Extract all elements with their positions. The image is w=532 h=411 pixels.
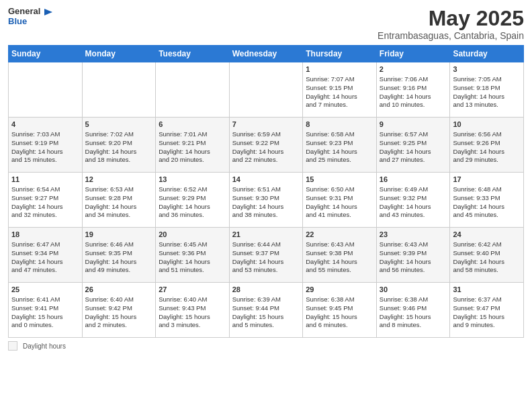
- day-cell: 20Sunrise: 6:45 AMSunset: 9:36 PMDayligh…: [156, 228, 230, 283]
- day-info: Sunrise: 6:56 AM: [453, 130, 521, 139]
- day-info: Sunrise: 7:02 AM: [85, 130, 153, 139]
- day-number: 14: [232, 175, 300, 185]
- day-cell: 18Sunrise: 6:47 AMSunset: 9:34 PMDayligh…: [9, 228, 83, 283]
- day-number: 29: [306, 285, 373, 295]
- day-cell: [229, 62, 303, 118]
- day-info: Sunset: 9:47 PM: [453, 304, 521, 313]
- day-cell: 7Sunrise: 6:59 AMSunset: 9:22 PMDaylight…: [229, 118, 303, 173]
- day-info: Sunset: 9:20 PM: [85, 139, 153, 148]
- day-info: Sunrise: 6:37 AM: [453, 295, 521, 304]
- day-info: and 8 minutes.: [380, 321, 447, 330]
- day-info: Sunset: 9:28 PM: [85, 194, 153, 203]
- day-number: 21: [232, 230, 300, 240]
- day-number: 15: [306, 175, 373, 185]
- col-header-sunday: Sunday: [9, 46, 83, 62]
- day-cell: 14Sunrise: 6:51 AMSunset: 9:30 PMDayligh…: [229, 173, 303, 228]
- day-info: Daylight: 14 hours: [453, 203, 521, 212]
- col-header-thursday: Thursday: [303, 46, 377, 62]
- day-info: and 20 minutes.: [159, 156, 226, 165]
- day-number: 4: [11, 120, 79, 130]
- day-info: Sunrise: 7:07 AM: [306, 75, 373, 84]
- day-info: and 56 minutes.: [380, 266, 447, 275]
- day-info: Sunset: 9:30 PM: [232, 194, 300, 203]
- day-cell: 24Sunrise: 6:42 AMSunset: 9:40 PMDayligh…: [450, 228, 524, 283]
- day-info: Daylight: 15 hours: [159, 313, 226, 322]
- day-info: Daylight: 14 hours: [380, 203, 447, 212]
- day-cell: 12Sunrise: 6:53 AMSunset: 9:28 PMDayligh…: [82, 173, 156, 228]
- day-info: Daylight: 15 hours: [306, 313, 373, 322]
- day-info: and 53 minutes.: [232, 266, 300, 275]
- day-info: and 29 minutes.: [453, 156, 521, 165]
- day-number: 30: [380, 285, 447, 295]
- day-number: 5: [85, 120, 153, 130]
- week-row-3: 11Sunrise: 6:54 AMSunset: 9:27 PMDayligh…: [9, 173, 524, 228]
- col-header-wednesday: Wednesday: [229, 46, 303, 62]
- day-info: Sunset: 9:34 PM: [11, 249, 79, 258]
- subtitle: Entrambasaguas, Cantabria, Spain: [378, 30, 524, 41]
- day-cell: 15Sunrise: 6:50 AMSunset: 9:31 PMDayligh…: [303, 173, 377, 228]
- day-info: Sunset: 9:37 PM: [232, 249, 300, 258]
- day-cell: 1Sunrise: 7:07 AMSunset: 9:15 PMDaylight…: [303, 62, 377, 118]
- day-info: and 58 minutes.: [453, 266, 521, 275]
- day-info: and 6 minutes.: [306, 321, 373, 330]
- day-info: Sunset: 9:25 PM: [380, 139, 447, 148]
- day-info: Sunset: 9:39 PM: [380, 249, 447, 258]
- day-info: Sunset: 9:40 PM: [453, 249, 521, 258]
- day-info: and 27 minutes.: [380, 156, 447, 165]
- day-info: Daylight: 14 hours: [232, 203, 300, 212]
- day-info: Daylight: 14 hours: [159, 148, 226, 156]
- day-info: Sunrise: 6:58 AM: [306, 130, 373, 139]
- day-info: Daylight: 14 hours: [11, 203, 79, 212]
- day-info: Sunset: 9:32 PM: [380, 194, 447, 203]
- day-info: Sunset: 9:19 PM: [11, 139, 79, 148]
- day-cell: 11Sunrise: 6:54 AMSunset: 9:27 PMDayligh…: [9, 173, 83, 228]
- day-info: Sunset: 9:45 PM: [306, 304, 373, 313]
- day-info: Daylight: 14 hours: [85, 148, 153, 156]
- title-block: May 2025 Entrambasaguas, Cantabria, Spai…: [378, 7, 524, 41]
- day-number: 28: [232, 285, 300, 295]
- day-cell: 3Sunrise: 7:05 AMSunset: 9:18 PMDaylight…: [450, 62, 524, 118]
- day-cell: 28Sunrise: 6:39 AMSunset: 9:44 PMDayligh…: [229, 283, 303, 338]
- calendar-container: General Blue May 2025 Entrambasaguas, Ca…: [0, 0, 532, 411]
- day-cell: 22Sunrise: 6:43 AMSunset: 9:38 PMDayligh…: [303, 228, 377, 283]
- day-info: Sunrise: 6:51 AM: [232, 185, 300, 194]
- day-info: Sunrise: 6:53 AM: [85, 185, 153, 194]
- day-number: 16: [380, 175, 447, 185]
- day-info: Daylight: 14 hours: [306, 148, 373, 156]
- day-info: Sunrise: 6:49 AM: [380, 185, 447, 194]
- day-info: Sunrise: 6:52 AM: [159, 185, 226, 194]
- day-info: and 34 minutes.: [85, 211, 153, 220]
- day-info: Sunrise: 6:50 AM: [306, 185, 373, 194]
- calendar-table: SundayMondayTuesdayWednesdayThursdayFrid…: [8, 45, 524, 338]
- day-cell: 31Sunrise: 6:37 AMSunset: 9:47 PMDayligh…: [450, 283, 524, 338]
- day-info: Sunset: 9:21 PM: [159, 139, 226, 148]
- day-number: 17: [453, 175, 521, 185]
- day-info: Sunset: 9:15 PM: [306, 84, 373, 93]
- day-info: Daylight: 14 hours: [232, 258, 300, 267]
- day-info: Daylight: 15 hours: [232, 313, 300, 322]
- day-info: Sunset: 9:38 PM: [306, 249, 373, 258]
- logo: General Blue: [8, 7, 52, 26]
- day-info: Daylight: 14 hours: [306, 93, 373, 101]
- col-header-friday: Friday: [376, 46, 450, 62]
- day-info: Sunrise: 6:54 AM: [11, 185, 79, 194]
- day-info: and 7 minutes.: [306, 101, 373, 109]
- day-info: Daylight: 14 hours: [306, 258, 373, 267]
- week-row-1: 1Sunrise: 7:07 AMSunset: 9:15 PMDaylight…: [9, 62, 524, 118]
- day-cell: 29Sunrise: 6:38 AMSunset: 9:45 PMDayligh…: [303, 283, 377, 338]
- day-number: 1: [306, 64, 373, 75]
- day-info: Daylight: 14 hours: [453, 258, 521, 267]
- day-cell: 21Sunrise: 6:44 AMSunset: 9:37 PMDayligh…: [229, 228, 303, 283]
- day-info: Sunset: 9:41 PM: [11, 304, 79, 313]
- col-header-tuesday: Tuesday: [156, 46, 230, 62]
- day-number: 26: [85, 285, 153, 295]
- day-info: Daylight: 14 hours: [453, 93, 521, 101]
- day-cell: 17Sunrise: 6:48 AMSunset: 9:33 PMDayligh…: [450, 173, 524, 228]
- day-number: 25: [11, 285, 79, 295]
- day-cell: 30Sunrise: 6:38 AMSunset: 9:46 PMDayligh…: [376, 283, 450, 338]
- day-cell: [82, 62, 156, 118]
- day-info: Sunrise: 6:45 AM: [159, 240, 226, 249]
- day-info: and 5 minutes.: [232, 321, 300, 330]
- day-info: Sunset: 9:31 PM: [306, 194, 373, 203]
- day-info: Sunset: 9:43 PM: [159, 304, 226, 313]
